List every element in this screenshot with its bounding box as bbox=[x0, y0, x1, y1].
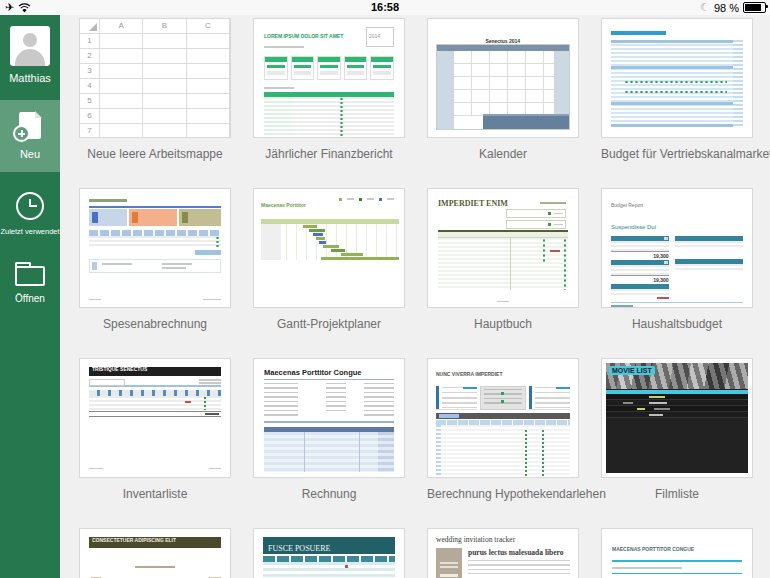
sidebar-item-zuletzt-verwendet[interactable]: Zuletzt verwendet bbox=[0, 172, 60, 250]
do-not-disturb-icon: ☾ bbox=[700, 2, 710, 13]
template-label: Haushaltsbudget bbox=[601, 308, 753, 338]
template-thumbnail: Budget Report Suspendisse Dui 19,300 19,… bbox=[601, 188, 753, 308]
sidebar-item-label: Zuletzt verwendet bbox=[0, 227, 60, 236]
thumb-title: wedding invitation tracker bbox=[436, 535, 570, 544]
thumb-title: Maecenas Porttitor bbox=[261, 202, 306, 205]
template-label: Jährlicher Finanzbericht bbox=[253, 138, 405, 168]
kpi-cards bbox=[264, 56, 394, 80]
template-gallery: A B C 1 2 3 4 5 6 7 Neue leere Arbeitsma… bbox=[60, 15, 770, 578]
template-berechnung-hypothekendarlehen[interactable]: NUNC VIVERRA IMPERDIET Berechnung Hypoth… bbox=[427, 358, 579, 508]
thumb-title: LOREM IPSUM DOLOR SIT AMET bbox=[264, 33, 343, 36]
thumb-year: 2014 bbox=[366, 27, 394, 47]
template-row4-wedding-tracker[interactable]: wedding invitation tracker purus lectus … bbox=[427, 528, 579, 578]
sidebar-item-label: Öffnen bbox=[0, 293, 60, 304]
template-label: Gantt-Projektplaner bbox=[253, 308, 405, 338]
report-table bbox=[264, 92, 394, 138]
inventory-table-rows bbox=[89, 396, 221, 410]
calendar-grid bbox=[436, 44, 570, 130]
thumb-title: Senectus 2014 bbox=[486, 38, 521, 44]
template-thumbnail: NUNC VIVERRA IMPERDIET bbox=[427, 358, 579, 478]
template-thumbnail bbox=[601, 18, 753, 138]
select-all-corner bbox=[80, 19, 100, 33]
template-label: Neue leere Arbeitsmappe bbox=[79, 138, 231, 168]
thumb-subtitle: Suspendisse Dui bbox=[611, 224, 656, 230]
spreadsheet-grid: A B C 1 2 3 4 5 6 7 bbox=[80, 19, 230, 137]
template-hauptbuch[interactable]: IMPERDIET ENIM Hauptbuch bbox=[427, 188, 579, 338]
sidebar-item-label: Neu bbox=[0, 148, 60, 160]
template-filmliste[interactable]: MOVIE LIST Filmliste bbox=[601, 358, 753, 508]
thumb-subtitle: purus lectus malesuada libero bbox=[468, 548, 570, 557]
thumb-title-bar: TRISTIQUE SENECTUS bbox=[89, 367, 221, 376]
user-name: Matthias bbox=[0, 72, 60, 84]
template-thumbnail: wedding invitation tracker purus lectus … bbox=[427, 528, 579, 578]
thumb-title: NUNC VIVERRA IMPERDIET bbox=[436, 371, 502, 374]
thumb-title: Maecenas Porttitor Congue bbox=[264, 368, 394, 380]
gantt-chart bbox=[261, 219, 399, 265]
template-blank-workbook[interactable]: A B C 1 2 3 4 5 6 7 Neue leere Arbeitsma… bbox=[79, 18, 231, 168]
template-thumbnail: IMPERDIET ENIM bbox=[427, 188, 579, 308]
expense-header-blocks bbox=[89, 209, 221, 226]
template-haushaltsbudget[interactable]: Budget Report Suspendisse Dui 19,300 19,… bbox=[601, 188, 753, 338]
template-label: Filmliste bbox=[601, 478, 753, 508]
sidebar-user[interactable]: Matthias bbox=[0, 15, 60, 100]
template-gantt-projektplaner[interactable]: Maecenas Porttitor Gantt-Pro bbox=[253, 188, 405, 338]
template-thumbnail: FUSCE POSUERE bbox=[253, 528, 405, 578]
thumb-title-bar: FUSCE POSUERE bbox=[263, 537, 395, 554]
template-label: Inventarliste bbox=[79, 478, 231, 508]
template-thumbnail: CONSECTETUER ADIPISCING ELIT bbox=[79, 528, 231, 578]
template-label: Budget für Vertriebskanalmarketing bbox=[601, 138, 753, 168]
template-label: Rechnung bbox=[253, 478, 405, 508]
template-rechnung[interactable]: Maecenas Porttitor Congue Rechnung bbox=[253, 358, 405, 508]
invoice-table bbox=[264, 427, 394, 472]
budget-left-column: 19,300 19,300 bbox=[611, 236, 669, 300]
invoice-address-block bbox=[264, 383, 394, 419]
wedding-side-block bbox=[436, 548, 462, 578]
template-row4-fusce-posuere[interactable]: FUSCE POSUERE bbox=[253, 528, 405, 578]
template-jaehrlicher-finanzbericht[interactable]: LOREM IPSUM DOLOR SIT AMET 2014 Jährlich… bbox=[253, 18, 405, 168]
budget-table bbox=[611, 40, 743, 128]
template-thumbnail bbox=[79, 188, 231, 308]
wedding-table bbox=[468, 560, 570, 574]
gantt-legend bbox=[339, 198, 394, 201]
status-right: ☾ 98 % bbox=[700, 0, 766, 15]
mortgage-table-rows bbox=[436, 425, 570, 478]
movie-page: MOVIE LIST bbox=[606, 363, 748, 473]
template-row4-consectetuer[interactable]: CONSECTETUER ADIPISCING ELIT bbox=[79, 528, 231, 578]
battery-icon bbox=[743, 2, 766, 13]
template-row4-maecenas[interactable]: MAECENAS PORTTITOR CONGUE bbox=[601, 528, 753, 578]
sidebar-item-oeffnen[interactable]: Öffnen bbox=[0, 250, 60, 304]
status-bar: ✈ 16:58 ☾ 98 % bbox=[0, 0, 770, 15]
thumb-title-bar: CONSECTETUER ADIPISCING ELIT bbox=[89, 537, 221, 548]
template-thumbnail: MAECENAS PORTTITOR CONGUE bbox=[601, 528, 753, 578]
template-inventarliste[interactable]: TRISTIQUE SENECTUS Inventarliste bbox=[79, 358, 231, 508]
template-label: Kalender bbox=[427, 138, 579, 168]
thumb-title: MOVIE LIST bbox=[609, 366, 655, 375]
battery-percent: 98 % bbox=[714, 2, 739, 14]
template-spesenabrechnung[interactable]: Spesenabrechnung bbox=[79, 188, 231, 338]
status-time: 16:58 bbox=[0, 1, 770, 13]
template-thumbnail: Maecenas Porttitor bbox=[253, 188, 405, 308]
template-thumbnail: Senectus 2014 bbox=[427, 18, 579, 138]
new-document-icon bbox=[19, 112, 41, 139]
folder-icon bbox=[15, 266, 45, 286]
teal-table-rows bbox=[263, 562, 395, 578]
ledger-table bbox=[438, 230, 568, 290]
template-label: Berechnung Hypothekendarlehen bbox=[427, 478, 579, 508]
template-thumbnail: MOVIE LIST bbox=[601, 358, 753, 478]
avatar bbox=[10, 26, 50, 66]
template-budget-vertriebskanalmarketing[interactable]: Budget für Vertriebskanalmarketing bbox=[601, 18, 753, 168]
template-kalender[interactable]: Senectus 2014 Kalender bbox=[427, 18, 579, 168]
template-thumbnail: LOREM IPSUM DOLOR SIT AMET 2014 bbox=[253, 18, 405, 138]
sidebar-item-neu[interactable]: Neu bbox=[0, 100, 60, 172]
template-label: Hauptbuch bbox=[427, 308, 579, 338]
movie-photo-banner: MOVIE LIST bbox=[606, 363, 748, 389]
budget-pie-section bbox=[611, 302, 743, 308]
template-thumbnail: TRISTIQUE SENECTUS bbox=[79, 358, 231, 478]
budget-right-column bbox=[675, 236, 743, 300]
summary-boxes bbox=[506, 209, 566, 229]
thumb-title: Budget Report bbox=[611, 202, 643, 205]
template-thumbnail: Maecenas Porttitor Congue bbox=[253, 358, 405, 478]
sidebar: Matthias Neu Zuletzt verwendet Öffnen bbox=[0, 15, 60, 578]
template-label: Spesenabrechnung bbox=[79, 308, 231, 338]
mortgage-panels bbox=[436, 386, 570, 410]
